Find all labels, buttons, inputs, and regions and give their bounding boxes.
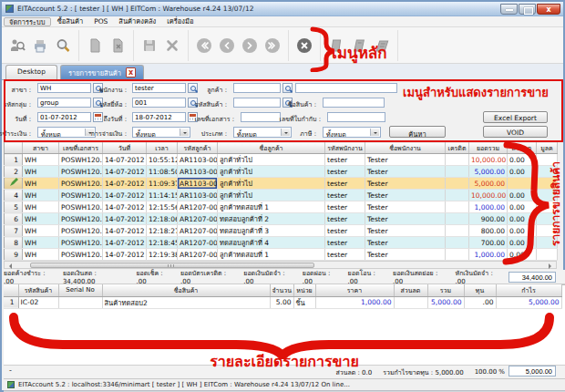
detail-column-header[interactable]: ชื่อสินค้า [102, 284, 270, 296]
cell [537, 154, 558, 166]
doc-no-input[interactable] [241, 112, 281, 122]
sales-row[interactable]: 5WHPOSWH120...14-07-201212:15:56AR1207-0… [5, 201, 558, 213]
employee-input[interactable] [132, 83, 186, 93]
maximize-button[interactable] [519, 4, 536, 15]
to-date-input[interactable] [132, 112, 186, 122]
cell: tester [325, 154, 365, 166]
product-name-input[interactable] [323, 98, 385, 108]
new-document-icon[interactable] [86, 36, 104, 55]
branch-label: สาขา : [11, 85, 31, 95]
column-header[interactable]: เครดิต [446, 142, 469, 154]
detail-column-header[interactable] [4, 284, 18, 296]
pay-out-dropdown[interactable]: ทั้งหมด [132, 127, 190, 138]
group-input[interactable] [37, 98, 91, 108]
report-1-icon[interactable] [327, 36, 345, 55]
total-item: ยอดเงินสด : 34,400.00 [63, 268, 131, 285]
sales-row[interactable]: 9WHPOSWH120...14-07-201212:19:38AR1207-0… [5, 249, 558, 261]
total-item: หักเงินมัดจำ : .00 [456, 268, 505, 285]
profit-total-box[interactable] [508, 366, 556, 377]
excel-export-button[interactable]: Excel Export [483, 111, 548, 123]
status-text: EITAccount 5.2 : localhost:3346/minimart… [18, 381, 350, 388]
sales-row[interactable]: 2WHPOSWH120...14-07-201211:08:50AR1103-0… [5, 166, 558, 178]
menu-item[interactable]: สินค้าคงคลัง [114, 17, 160, 26]
detail-column-header[interactable]: ราคา [315, 284, 394, 296]
column-header[interactable]: ชื่อลูกค้า [218, 142, 325, 154]
report-3-icon[interactable] [373, 36, 391, 55]
employee-lookup-icon[interactable] [188, 83, 198, 93]
menu-item[interactable]: ซื้อสินค้า [53, 17, 88, 26]
product-code-input[interactable] [233, 98, 281, 108]
cell: 5.00 [270, 296, 293, 308]
invoice-no-input[interactable] [327, 112, 385, 122]
customer-name-input[interactable] [295, 83, 397, 93]
search-button[interactable]: ค้นหา [389, 126, 446, 138]
tax-dropdown[interactable]: ทั้งหมด [323, 127, 381, 138]
date-calendar-icon[interactable] [93, 112, 103, 122]
cell: 5,000.00 [427, 296, 464, 308]
stop-icon[interactable] [295, 36, 313, 55]
detail-column-header[interactable]: จำนวน [270, 284, 293, 296]
detail-row[interactable]: 1IC-02สินค้าทดสอบ25.00ชิ้น1,000.005,000.… [4, 296, 561, 308]
close-button[interactable]: x [537, 4, 560, 15]
detail-column-header[interactable]: รวม [427, 284, 464, 296]
nav-first-icon[interactable] [195, 36, 213, 55]
sales-row[interactable]: 6WHPOSWH120...14-07-201212:18:06AR1207-0… [5, 213, 558, 225]
column-header[interactable]: วันที่ [103, 142, 147, 154]
column-header[interactable]: มูลค [537, 142, 558, 154]
sales-row[interactable]: 4WHPOSWH120...14-07-201211:14:15AR1103-0… [5, 190, 558, 201]
void-button[interactable]: VOID [483, 126, 548, 138]
scroll-right-icon[interactable] [549, 263, 554, 269]
column-header[interactable]: เวลา [147, 142, 178, 154]
type-dropdown[interactable]: ทั้งหมด [233, 127, 292, 138]
grand-total-box[interactable] [508, 272, 556, 283]
cell: Tester [365, 178, 446, 190]
nav-next-icon[interactable] [241, 36, 259, 55]
branch-input[interactable] [37, 83, 91, 93]
detail-column-header[interactable]: กำไร [496, 284, 561, 296]
menu-item[interactable]: POS [89, 17, 112, 26]
tab-sales-list[interactable]: รายการขายสินค้า x [60, 65, 144, 79]
detail-column-header[interactable]: หน่วย [293, 284, 315, 296]
column-header[interactable]: ชื่อพนักงาน [365, 142, 446, 154]
sales-row[interactable]: 7WHPOSWH120...14-07-201212:18:27AR1207-0… [5, 225, 558, 237]
column-header[interactable]: รหัสลูกค้า [178, 142, 218, 154]
delete-document-icon[interactable] [108, 36, 127, 55]
date-input[interactable] [37, 112, 91, 122]
sales-row[interactable]: WHPOSWH120...14-07-201211:09:37AR1103-00… [5, 178, 558, 190]
tab-close-icon[interactable]: x [126, 67, 136, 77]
search-icon[interactable] [54, 36, 72, 55]
print-icon[interactable] [31, 36, 49, 55]
column-header[interactable]: เลขที่เอกสาร [59, 142, 103, 154]
column-header[interactable]: สาขา [23, 142, 59, 154]
customer-input[interactable] [233, 83, 281, 93]
tab-desktop[interactable]: Desktop [5, 65, 57, 79]
column-header[interactable]: ส่วนลด [508, 142, 537, 154]
report-2-icon[interactable] [350, 36, 368, 55]
tax-label: ภาษี : [300, 129, 316, 139]
cell: WH [23, 190, 59, 201]
nav-previous-icon[interactable] [218, 36, 236, 55]
column-header[interactable]: ยอดรวม [469, 142, 508, 154]
cell: 14-07-2012 [103, 166, 147, 178]
detail-column-header[interactable]: ส่วนลด [394, 284, 427, 296]
detail-column-header[interactable]: ทุน [464, 284, 496, 296]
sales-row[interactable]: 8WHPOSWH120...14-07-201212:18:45AR1207-0… [5, 237, 558, 249]
nav-last-icon[interactable] [263, 36, 282, 55]
column-header[interactable] [5, 142, 23, 154]
save-icon[interactable] [140, 36, 159, 55]
app-window: EITAccount 5.2 : [ tester ] [ WH ] EITCo… [0, 0, 565, 392]
delete-icon[interactable] [163, 36, 181, 55]
detail-column-header[interactable]: รหัสสินค้า [18, 284, 58, 296]
detail-column-header[interactable]: Serial No [58, 284, 102, 296]
menu-item[interactable]: เครื่องมือ [162, 17, 198, 26]
status-bar: EITAccount 5.2 : localhost:3346/minimart… [4, 378, 565, 390]
payment-dropdown[interactable]: ทั้งหมด [37, 127, 96, 138]
column-header[interactable]: รหัสพนักงาน [325, 142, 365, 154]
menu-item[interactable]: จัดการระบบ [4, 17, 51, 26]
customer-lookup-icon[interactable] [282, 83, 293, 93]
brand-input[interactable] [132, 98, 186, 108]
person-search-icon[interactable] [8, 36, 26, 55]
sales-row[interactable]: 1WHPOSWH120...14-07-201210:55:12AR1103-0… [5, 154, 558, 166]
minimize-button[interactable] [500, 4, 518, 15]
cell: ทดสอบลูกค้าที่ 4 [218, 237, 325, 249]
